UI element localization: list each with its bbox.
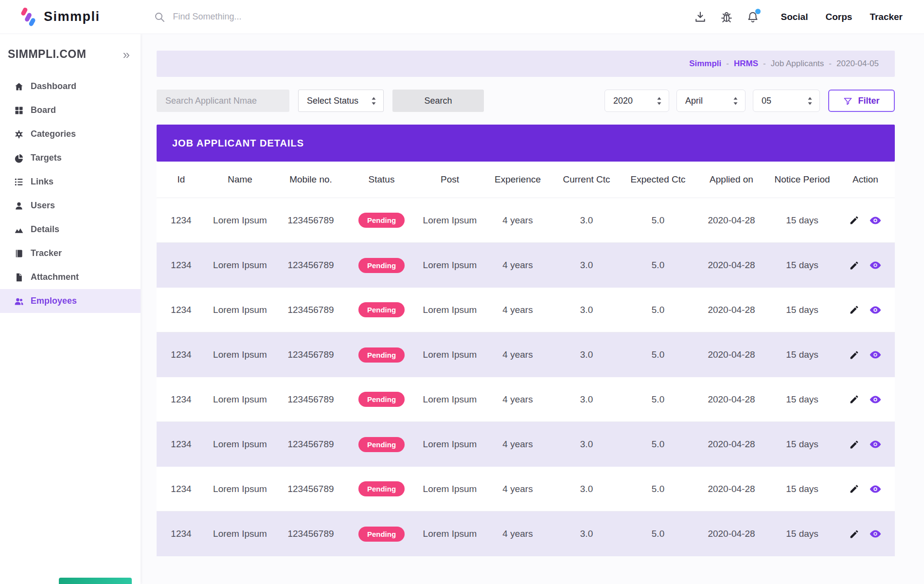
cell-experience: 4 years	[484, 394, 551, 405]
cell-current-ctc: 3.0	[551, 394, 622, 405]
cell-name: Lorem Ipsum	[206, 305, 274, 315]
cell-applied-on: 2020-04-28	[694, 260, 768, 271]
pencil-icon[interactable]	[849, 529, 859, 539]
cell-name: Lorem Ipsum	[206, 394, 274, 405]
breadcrumb-item[interactable]: Simmpli	[689, 59, 721, 69]
sidebar-item-employees[interactable]: Employees	[0, 289, 141, 313]
cell-actions	[836, 348, 895, 361]
sidebar-item-links[interactable]: Links	[0, 170, 141, 194]
status-select[interactable]: Select Status	[298, 90, 384, 112]
sidebar-item-details[interactable]: Details	[0, 218, 141, 241]
eye-icon[interactable]	[869, 259, 882, 272]
nav-link-corps[interactable]: Corps	[825, 12, 852, 22]
cell-mobile: 123456789	[274, 305, 347, 315]
cell-name: Lorem Ipsum	[206, 529, 274, 539]
eye-icon[interactable]	[869, 483, 882, 495]
pencil-icon[interactable]	[849, 439, 859, 450]
cell-actions	[836, 304, 895, 316]
cell-id: 1234	[157, 484, 206, 494]
cell-id: 1234	[157, 529, 206, 539]
cell-post: Lorem Ipsum	[416, 260, 484, 271]
table-body: 1234Lorem Ipsum123456789PendingLorem Ips…	[157, 198, 895, 556]
nav-link-social[interactable]: Social	[781, 12, 808, 22]
pencil-icon[interactable]	[849, 394, 859, 404]
global-search[interactable]	[154, 11, 377, 23]
filter-button[interactable]: Filter	[828, 90, 895, 112]
sidebar-item-label: Attachment	[31, 272, 79, 282]
day-select[interactable]: 05	[753, 90, 820, 112]
eye-icon[interactable]	[869, 214, 882, 227]
sidebar-item-categories[interactable]: Categories	[0, 122, 141, 146]
cell-mobile: 123456789	[274, 215, 347, 226]
nav-link-tracker[interactable]: Tracker	[870, 12, 903, 22]
column-header-name: Name	[206, 174, 274, 185]
eye-icon[interactable]	[869, 393, 882, 406]
cell-status: Pending	[347, 213, 416, 228]
user-icon	[14, 201, 24, 211]
updown-arrows-icon	[656, 96, 662, 106]
sidebar-item-users[interactable]: Users	[0, 194, 141, 218]
cell-status: Pending	[347, 258, 416, 273]
cell-experience: 4 years	[484, 484, 551, 494]
month-select[interactable]: April	[676, 90, 746, 112]
chevron-double-icon[interactable]: »	[123, 48, 130, 61]
people-icon	[14, 296, 24, 306]
table-row: 1234Lorem Ipsum123456789PendingLorem Ips…	[157, 332, 895, 377]
sidebar-title: SIMMPLI.COM	[8, 48, 86, 61]
global-search-input[interactable]	[173, 12, 377, 22]
status-badge: Pending	[358, 437, 405, 452]
table-header-row: IdNameMobile no.StatusPostExperienceCurr…	[157, 162, 895, 198]
cell-notice-period: 15 days	[768, 529, 836, 539]
pencil-icon[interactable]	[849, 484, 859, 494]
file-icon	[14, 273, 24, 282]
cell-applied-on: 2020-04-28	[694, 349, 768, 360]
eye-icon[interactable]	[869, 348, 882, 361]
column-header-experience: Experience	[484, 174, 551, 185]
cell-experience: 4 years	[484, 260, 551, 271]
eye-icon[interactable]	[869, 528, 882, 540]
column-header-current-ctc: Current Ctc	[551, 174, 622, 185]
breadcrumb-item[interactable]: HRMS	[734, 59, 758, 69]
pencil-icon[interactable]	[849, 260, 859, 271]
search-button[interactable]: Search	[392, 90, 484, 112]
updown-arrows-icon	[371, 96, 377, 106]
column-header-post: Post	[416, 174, 484, 185]
download-icon[interactable]	[694, 11, 707, 23]
cell-mobile: 123456789	[274, 260, 347, 271]
sidebar-item-attachment[interactable]: Attachment	[0, 265, 141, 289]
cell-id: 1234	[157, 394, 206, 405]
pencil-icon[interactable]	[849, 215, 859, 225]
sidebar-item-label: Targets	[31, 153, 62, 163]
chat-widget-bar[interactable]	[59, 578, 132, 584]
status-badge: Pending	[358, 392, 405, 407]
table-row: 1234Lorem Ipsum123456789PendingLorem Ips…	[157, 467, 895, 511]
cell-notice-period: 15 days	[768, 439, 836, 450]
year-select[interactable]: 2020	[604, 90, 669, 112]
pencil-icon[interactable]	[849, 305, 859, 315]
status-select-value: Select Status	[307, 96, 358, 106]
pencil-icon[interactable]	[849, 350, 859, 360]
cell-post: Lorem Ipsum	[416, 439, 484, 450]
sidebar-item-board[interactable]: Board	[0, 98, 141, 122]
cell-id: 1234	[157, 260, 206, 271]
sidebar-item-dashboard[interactable]: Dashboard	[0, 74, 141, 98]
cell-applied-on: 2020-04-28	[694, 394, 768, 405]
eye-icon[interactable]	[869, 304, 882, 316]
cell-expected-ctc: 5.0	[622, 349, 694, 360]
cell-current-ctc: 3.0	[551, 349, 622, 360]
cell-id: 1234	[157, 349, 206, 360]
cell-id: 1234	[157, 215, 206, 226]
sidebar-item-targets[interactable]: Targets	[0, 146, 141, 170]
sidebar-item-tracker[interactable]: Tracker	[0, 241, 141, 265]
eye-icon[interactable]	[869, 438, 882, 451]
applicant-search-input[interactable]	[157, 90, 289, 112]
day-select-value: 05	[762, 96, 771, 106]
cell-actions	[836, 393, 895, 406]
chart-icon	[14, 225, 24, 235]
cell-notice-period: 15 days	[768, 215, 836, 226]
bell-icon[interactable]	[746, 11, 759, 23]
status-badge: Pending	[358, 302, 405, 317]
cell-expected-ctc: 5.0	[622, 260, 694, 271]
cell-status: Pending	[347, 347, 416, 363]
bug-icon[interactable]	[720, 11, 733, 23]
